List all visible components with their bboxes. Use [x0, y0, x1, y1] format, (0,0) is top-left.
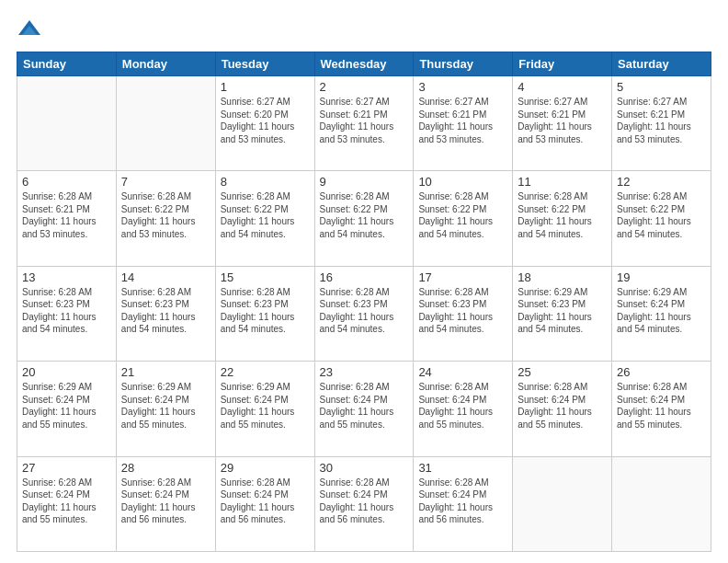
- day-number: 17: [418, 270, 507, 284]
- calendar-cell-week4-day7: 26Sunrise: 6:28 AM Sunset: 6:24 PM Dayli…: [612, 362, 711, 456]
- day-number: 13: [22, 270, 111, 284]
- day-number: 27: [22, 461, 111, 475]
- day-number: 18: [518, 270, 607, 284]
- day-info: Sunrise: 6:27 AM Sunset: 6:21 PM Dayligh…: [320, 96, 409, 145]
- day-info: Sunrise: 6:29 AM Sunset: 6:24 PM Dayligh…: [221, 381, 310, 431]
- calendar-cell-week5-day6: [513, 456, 612, 551]
- calendar-cell-week3-day5: 17Sunrise: 6:28 AM Sunset: 6:23 PM Dayli…: [414, 266, 513, 361]
- calendar-cell-week5-day7: [612, 456, 711, 551]
- day-info: Sunrise: 6:28 AM Sunset: 6:22 PM Dayligh…: [617, 190, 706, 240]
- day-number: 2: [320, 80, 409, 94]
- calendar-cell-week2-day3: 8Sunrise: 6:28 AM Sunset: 6:22 PM Daylig…: [215, 171, 314, 266]
- calendar-cell-week5-day2: 28Sunrise: 6:28 AM Sunset: 6:24 PM Dayli…: [116, 456, 215, 551]
- day-number: 1: [221, 80, 310, 94]
- calendar-cell-week3-day6: 18Sunrise: 6:29 AM Sunset: 6:23 PM Dayli…: [513, 266, 612, 361]
- calendar-cell-week1-day1: [17, 76, 117, 171]
- calendar-cell-week1-day5: 3Sunrise: 6:27 AM Sunset: 6:21 PM Daylig…: [414, 76, 513, 171]
- weekday-header-tuesday: Tuesday: [215, 52, 314, 76]
- day-info: Sunrise: 6:28 AM Sunset: 6:24 PM Dayligh…: [418, 381, 507, 431]
- day-number: 25: [518, 365, 607, 379]
- weekday-header-friday: Friday: [513, 52, 612, 76]
- day-info: Sunrise: 6:27 AM Sunset: 6:20 PM Dayligh…: [221, 96, 310, 145]
- calendar-cell-week5-day5: 31Sunrise: 6:28 AM Sunset: 6:24 PM Dayli…: [414, 456, 513, 551]
- page: SundayMondayTuesdayWednesdayThursdayFrid…: [0, 0, 728, 563]
- calendar-week-row-2: 6Sunrise: 6:28 AM Sunset: 6:21 PM Daylig…: [17, 171, 711, 266]
- calendar-cell-week1-day3: 1Sunrise: 6:27 AM Sunset: 6:20 PM Daylig…: [215, 76, 314, 171]
- day-info: Sunrise: 6:28 AM Sunset: 6:24 PM Dayligh…: [221, 477, 310, 526]
- day-info: Sunrise: 6:28 AM Sunset: 6:24 PM Dayligh…: [121, 477, 210, 526]
- weekday-header-wednesday: Wednesday: [314, 52, 414, 76]
- day-number: 11: [518, 175, 607, 189]
- day-info: Sunrise: 6:27 AM Sunset: 6:21 PM Dayligh…: [418, 96, 507, 145]
- weekday-header-row: SundayMondayTuesdayWednesdayThursdayFrid…: [17, 52, 711, 76]
- calendar-cell-week5-day1: 27Sunrise: 6:28 AM Sunset: 6:24 PM Dayli…: [17, 456, 117, 551]
- day-number: 31: [418, 461, 507, 475]
- day-info: Sunrise: 6:29 AM Sunset: 6:24 PM Dayligh…: [22, 381, 111, 431]
- calendar-cell-week2-day6: 11Sunrise: 6:28 AM Sunset: 6:22 PM Dayli…: [513, 171, 612, 266]
- day-number: 26: [617, 365, 706, 379]
- day-info: Sunrise: 6:28 AM Sunset: 6:22 PM Dayligh…: [121, 190, 210, 240]
- day-number: 10: [418, 175, 507, 189]
- logo: [17, 17, 48, 42]
- day-info: Sunrise: 6:28 AM Sunset: 6:23 PM Dayligh…: [320, 286, 409, 336]
- day-info: Sunrise: 6:28 AM Sunset: 6:22 PM Dayligh…: [518, 190, 607, 240]
- day-number: 21: [121, 365, 210, 379]
- calendar-week-row-5: 27Sunrise: 6:28 AM Sunset: 6:24 PM Dayli…: [17, 456, 711, 551]
- day-info: Sunrise: 6:28 AM Sunset: 6:24 PM Dayligh…: [320, 381, 409, 431]
- calendar-cell-week3-day3: 15Sunrise: 6:28 AM Sunset: 6:23 PM Dayli…: [215, 266, 314, 361]
- calendar-table: SundayMondayTuesdayWednesdayThursdayFrid…: [17, 52, 711, 552]
- day-info: Sunrise: 6:28 AM Sunset: 6:23 PM Dayligh…: [418, 286, 507, 336]
- calendar-cell-week5-day3: 29Sunrise: 6:28 AM Sunset: 6:24 PM Dayli…: [215, 456, 314, 551]
- day-number: 24: [418, 365, 507, 379]
- weekday-header-saturday: Saturday: [612, 52, 711, 76]
- day-info: Sunrise: 6:28 AM Sunset: 6:24 PM Dayligh…: [320, 477, 409, 526]
- calendar-week-row-4: 20Sunrise: 6:29 AM Sunset: 6:24 PM Dayli…: [17, 362, 711, 456]
- day-info: Sunrise: 6:29 AM Sunset: 6:23 PM Dayligh…: [518, 286, 607, 336]
- day-number: 9: [320, 175, 409, 189]
- calendar-cell-week2-day4: 9Sunrise: 6:28 AM Sunset: 6:22 PM Daylig…: [314, 171, 414, 266]
- day-number: 5: [617, 80, 706, 94]
- day-info: Sunrise: 6:28 AM Sunset: 6:24 PM Dayligh…: [518, 381, 607, 431]
- calendar-cell-week3-day4: 16Sunrise: 6:28 AM Sunset: 6:23 PM Dayli…: [314, 266, 414, 361]
- day-info: Sunrise: 6:28 AM Sunset: 6:24 PM Dayligh…: [617, 381, 706, 431]
- day-number: 15: [221, 270, 310, 284]
- calendar-cell-week2-day5: 10Sunrise: 6:28 AM Sunset: 6:22 PM Dayli…: [414, 171, 513, 266]
- day-info: Sunrise: 6:27 AM Sunset: 6:21 PM Dayligh…: [617, 96, 706, 145]
- logo-icon: [17, 17, 42, 42]
- day-info: Sunrise: 6:28 AM Sunset: 6:21 PM Dayligh…: [22, 190, 111, 240]
- calendar-cell-week4-day3: 22Sunrise: 6:29 AM Sunset: 6:24 PM Dayli…: [215, 362, 314, 456]
- day-info: Sunrise: 6:29 AM Sunset: 6:24 PM Dayligh…: [617, 286, 706, 336]
- calendar-cell-week2-day2: 7Sunrise: 6:28 AM Sunset: 6:22 PM Daylig…: [116, 171, 215, 266]
- header: [17, 17, 711, 42]
- calendar-cell-week4-day2: 21Sunrise: 6:29 AM Sunset: 6:24 PM Dayli…: [116, 362, 215, 456]
- day-number: 16: [320, 270, 409, 284]
- calendar-cell-week4-day5: 24Sunrise: 6:28 AM Sunset: 6:24 PM Dayli…: [414, 362, 513, 456]
- day-number: 20: [22, 365, 111, 379]
- day-info: Sunrise: 6:28 AM Sunset: 6:24 PM Dayligh…: [22, 477, 111, 526]
- calendar-cell-week4-day6: 25Sunrise: 6:28 AM Sunset: 6:24 PM Dayli…: [513, 362, 612, 456]
- day-number: 23: [320, 365, 409, 379]
- weekday-header-thursday: Thursday: [414, 52, 513, 76]
- day-number: 4: [518, 80, 607, 94]
- calendar-cell-week4-day1: 20Sunrise: 6:29 AM Sunset: 6:24 PM Dayli…: [17, 362, 117, 456]
- weekday-header-sunday: Sunday: [17, 52, 117, 76]
- calendar-cell-week3-day2: 14Sunrise: 6:28 AM Sunset: 6:23 PM Dayli…: [116, 266, 215, 361]
- day-number: 7: [121, 175, 210, 189]
- day-number: 30: [320, 461, 409, 475]
- day-number: 12: [617, 175, 706, 189]
- calendar-cell-week4-day4: 23Sunrise: 6:28 AM Sunset: 6:24 PM Dayli…: [314, 362, 414, 456]
- day-info: Sunrise: 6:29 AM Sunset: 6:24 PM Dayligh…: [121, 381, 210, 431]
- calendar-cell-week1-day7: 5Sunrise: 6:27 AM Sunset: 6:21 PM Daylig…: [612, 76, 711, 171]
- calendar-week-row-1: 1Sunrise: 6:27 AM Sunset: 6:20 PM Daylig…: [17, 76, 711, 171]
- day-number: 3: [418, 80, 507, 94]
- day-info: Sunrise: 6:28 AM Sunset: 6:23 PM Dayligh…: [221, 286, 310, 336]
- calendar-cell-week5-day4: 30Sunrise: 6:28 AM Sunset: 6:24 PM Dayli…: [314, 456, 414, 551]
- day-number: 8: [221, 175, 310, 189]
- calendar-week-row-3: 13Sunrise: 6:28 AM Sunset: 6:23 PM Dayli…: [17, 266, 711, 361]
- calendar-cell-week2-day1: 6Sunrise: 6:28 AM Sunset: 6:21 PM Daylig…: [17, 171, 117, 266]
- day-info: Sunrise: 6:28 AM Sunset: 6:22 PM Dayligh…: [221, 190, 310, 240]
- day-info: Sunrise: 6:27 AM Sunset: 6:21 PM Dayligh…: [518, 96, 607, 145]
- day-info: Sunrise: 6:28 AM Sunset: 6:22 PM Dayligh…: [418, 190, 507, 240]
- day-number: 14: [121, 270, 210, 284]
- day-number: 19: [617, 270, 706, 284]
